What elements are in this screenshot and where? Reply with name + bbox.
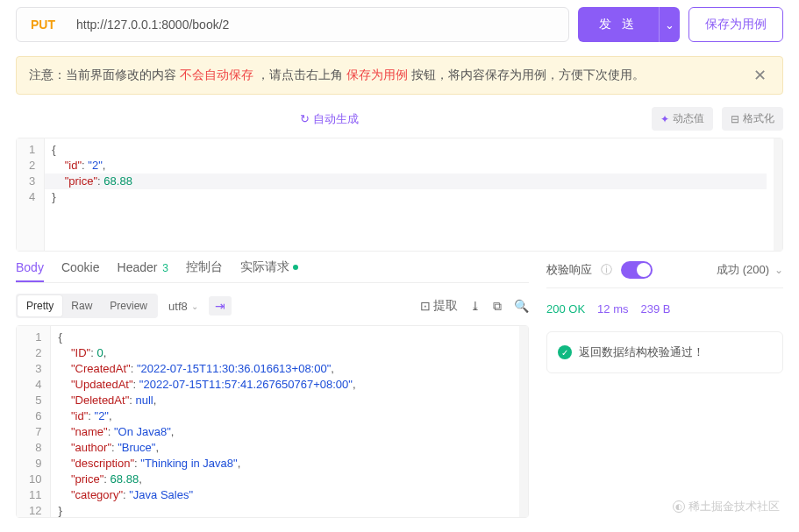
- view-preview[interactable]: Preview: [101, 295, 156, 316]
- send-dropdown[interactable]: ⌄: [659, 7, 680, 42]
- close-icon[interactable]: ✕: [750, 66, 770, 85]
- send-button[interactable]: 发 送: [578, 7, 659, 42]
- response-time: 12 ms: [597, 302, 628, 316]
- tab-body[interactable]: Body: [16, 253, 44, 281]
- wrap-icon[interactable]: ⇥: [209, 296, 232, 316]
- status-code: 200 OK: [546, 302, 585, 316]
- request-url-bar[interactable]: PUT http://127.0.0.1:8000/book/2: [16, 7, 569, 42]
- watermark: ◐ 稀土掘金技术社区: [673, 499, 780, 514]
- status-dot-icon: [293, 265, 298, 270]
- warning-highlight: 不会自动保存: [180, 67, 253, 82]
- autogen-link[interactable]: ↻自动生成: [300, 111, 359, 127]
- response-body-viewer[interactable]: 123456789101112 { "ID": 0, "CreatedAt": …: [16, 325, 529, 518]
- search-icon[interactable]: 🔍: [514, 298, 529, 314]
- header-count-badge: 3: [162, 262, 168, 274]
- format-icon: ⊟: [731, 113, 739, 125]
- refresh-icon: ↻: [300, 112, 310, 125]
- http-method: PUT: [31, 18, 55, 32]
- format-button[interactable]: ⊟格式化: [722, 107, 783, 131]
- download-icon[interactable]: ⤓: [470, 298, 481, 314]
- validation-message: 返回数据结构校验通过！: [579, 344, 704, 360]
- encoding-select[interactable]: utf8⌄: [168, 300, 198, 313]
- request-body-editor[interactable]: 1234 { "id": "2", "price": 68.88}: [16, 138, 783, 252]
- dynamic-value-button[interactable]: ✦动态值: [652, 107, 713, 131]
- view-mode-selector: Pretty Raw Preview: [16, 294, 158, 318]
- view-raw[interactable]: Raw: [62, 295, 101, 316]
- extract-icon: ⊡: [420, 299, 431, 313]
- warning-banner: 注意：当前界面修改的内容 不会自动保存 ，请点击右上角 保存为用例 按钮，将内容…: [16, 56, 783, 95]
- response-status: 200 OK 12 ms 239 B: [546, 299, 783, 319]
- magic-icon: ✦: [660, 113, 669, 125]
- chevron-down-icon: ⌄: [191, 301, 198, 311]
- minimap: [774, 138, 782, 251]
- verify-toggle[interactable]: [621, 261, 653, 279]
- request-url: http://127.0.0.1:8000/book/2: [76, 18, 229, 32]
- warning-text: 注意：当前界面修改的内容: [29, 67, 180, 82]
- response-tabs: Body Cookie Header 3 控制台 实际请求: [16, 252, 529, 283]
- tab-console[interactable]: 控制台: [186, 252, 223, 282]
- check-circle-icon: ✓: [558, 345, 572, 359]
- response-size: 239 B: [641, 302, 671, 316]
- validation-card: ✓ 返回数据结构校验通过！: [546, 331, 783, 373]
- watermark-icon: ◐: [673, 500, 685, 513]
- verify-label: 校验响应: [546, 262, 592, 278]
- tab-cookie[interactable]: Cookie: [61, 253, 100, 281]
- chevron-down-icon: ⌄: [774, 264, 783, 276]
- tab-header[interactable]: Header 3: [118, 253, 169, 281]
- warning-highlight: 保存为用例: [346, 67, 408, 82]
- minimap: [519, 326, 528, 517]
- extract-button[interactable]: ⊡提取: [420, 298, 458, 314]
- copy-icon[interactable]: ⧉: [493, 298, 502, 314]
- info-icon[interactable]: ⓘ: [601, 262, 612, 278]
- save-example-button[interactable]: 保存为用例: [688, 7, 783, 42]
- tab-actual-request[interactable]: 实际请求: [240, 252, 298, 282]
- chevron-down-icon: ⌄: [665, 18, 674, 32]
- success-select[interactable]: 成功 (200)⌄: [717, 262, 783, 278]
- view-pretty[interactable]: Pretty: [18, 295, 62, 316]
